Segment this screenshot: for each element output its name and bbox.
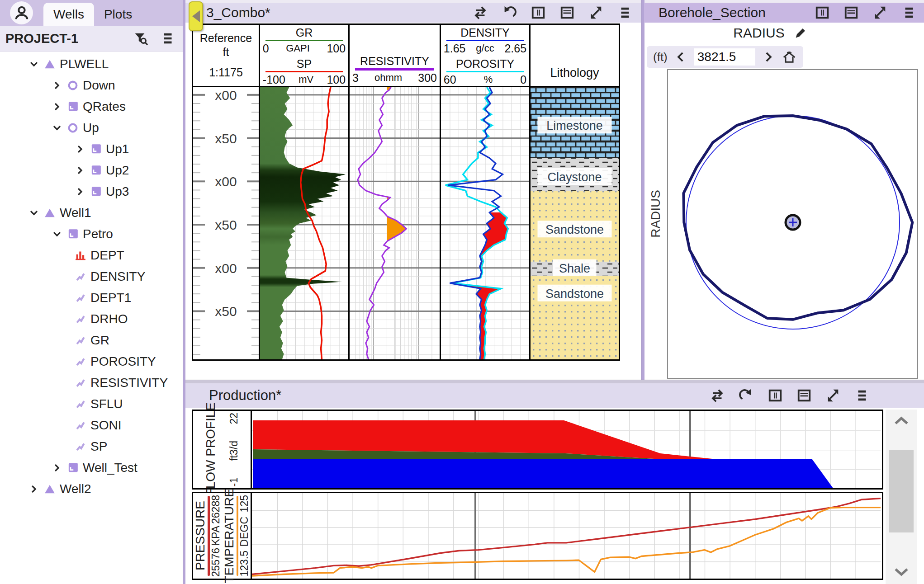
tree-item-qrates[interactable]: QRates [0,96,183,117]
tree-item-label: Well1 [60,206,91,220]
tree-item-soni[interactable]: SONI [0,414,183,436]
tree-chevron-right-icon[interactable] [49,79,65,92]
gr-sp-track-header[interactable]: GR 0 GAPI 100 SP -100 mV 100 [259,24,350,87]
curve-icon [72,398,89,410]
tree-chevron-down-icon[interactable] [26,58,42,71]
tree-item-sflu[interactable]: SFLU [0,393,183,414]
user-avatar-button[interactable] [10,1,33,24]
depth-track[interactable]: x00x50x00x50x00x50 [192,86,260,361]
split-horizontal-icon[interactable] [843,5,859,20]
dataset-icon [88,164,104,177]
svg-text:Sandstone: Sandstone [545,287,604,301]
pt-plot[interactable] [252,493,882,579]
sp-curve-colorline [265,71,343,72]
expand-icon[interactable] [872,5,888,20]
flow-profile-plot[interactable] [252,411,882,488]
tree-chevron-down-icon[interactable] [26,207,42,219]
resistivity-track-header[interactable]: RESISTIVITY 3 ohmm 300 [348,24,441,87]
tree-item-label: SP [90,439,107,454]
split-vertical-icon[interactable] [815,5,830,20]
borehole-section-plot[interactable] [667,69,918,379]
scroll-down-icon[interactable] [892,562,911,581]
tree-chevron-down-icon[interactable] [49,228,65,240]
split-horizontal-icon[interactable] [559,5,575,20]
reference-unit: ft [223,45,229,59]
tree-item-sp[interactable]: SP [0,436,183,457]
flow-profile-track[interactable]: FLOW PROFILE 22 ft3/d -1 [192,410,883,490]
tree-item-up1[interactable]: Up1 [0,138,183,160]
scroll-up-icon[interactable] [892,411,911,430]
pressure-temperature-track[interactable]: PRESSURE 26288 KPA 25576 TEMPERATURE 125… [192,492,883,580]
tree-chevron-down-icon[interactable] [49,122,65,134]
tree-item-resistivity[interactable]: RESISTIVITY [0,372,183,393]
gr-sp-track[interactable] [259,86,350,361]
tree-chevron-right-icon[interactable] [72,143,88,155]
tree-item-well2[interactable]: Well2 [0,478,183,499]
filter-search-icon[interactable] [133,31,148,46]
pt-label-area: PRESSURE 26288 KPA 25576 TEMPERATURE 125… [193,493,252,579]
tree-item-down[interactable]: Down [0,75,183,96]
lithology-track-header[interactable]: Lithology [529,24,620,87]
swap-icon[interactable] [710,388,725,403]
circle-icon [65,79,81,92]
chevron-left-icon[interactable] [674,50,687,64]
tree-item-up3[interactable]: Up3 [0,181,183,202]
split-vertical-icon[interactable] [531,5,546,20]
density-porosity-track[interactable] [440,86,531,361]
density-porosity-track-header[interactable]: DENSITY 1.65 g/cc 2.65 POROSITY 60 % 0 [440,24,531,87]
tree-item-dept[interactable]: DEPT [0,245,183,266]
lithology-track[interactable]: LimestoneClaystoneSandstoneShaleSandston… [529,86,620,361]
depth-value-input[interactable] [694,48,755,66]
tree-item-label: GR [90,333,109,348]
panel-divider-vertical[interactable] [641,0,644,381]
edit-pencil-icon[interactable] [793,25,808,41]
tree-item-dept1[interactable]: DEPT1 [0,287,183,308]
curve-icon [72,334,89,347]
collapse-panel-handle[interactable] [189,1,203,31]
production-panel-title: Production* [209,387,281,404]
combo-panel-titlebar[interactable]: 3_Combo* [185,3,641,23]
split-horizontal-icon[interactable] [796,388,812,403]
tree-item-density[interactable]: DENSITY [0,266,183,287]
tree-item-well1[interactable]: Well1 [0,202,183,223]
tree-item-petro[interactable]: Petro [0,223,183,245]
production-panel-titlebar[interactable]: Production* [185,383,924,408]
chevron-right-icon[interactable] [762,50,775,64]
flow-profile-label: FLOW PROFILE [204,402,218,496]
tab-plots[interactable]: Plots [94,3,142,26]
pressure-unit-label: KPA [210,526,222,546]
home-icon[interactable] [782,49,797,65]
menu-icon[interactable] [617,5,633,20]
undo-icon[interactable] [502,5,517,20]
redo-icon[interactable] [739,388,754,403]
menu-icon[interactable] [160,31,175,46]
expand-icon[interactable] [588,5,604,20]
scrollbar-thumb[interactable] [889,450,914,532]
tree-item-drho[interactable]: DRHO [0,308,183,330]
resistivity-track[interactable] [348,86,441,361]
tree-chevron-right-icon[interactable] [49,100,65,113]
tree-item-up[interactable]: Up [0,117,183,138]
tree-chevron-right-icon[interactable] [72,185,88,198]
borehole-plot-title-row: RADIUS [644,24,897,42]
sidebar-resize-divider[interactable] [183,0,185,584]
menu-icon[interactable] [901,5,917,20]
tree-chevron-right-icon[interactable] [72,164,88,177]
swap-icon[interactable] [473,5,488,20]
combo-panel-title: 3_Combo* [206,5,270,20]
tree-chevron-right-icon[interactable] [49,462,65,474]
tree-item-porosity[interactable]: POROSITY [0,351,183,372]
tree-item-gr[interactable]: GR [0,330,183,351]
split-vertical-icon[interactable] [768,388,783,403]
tree-item-plwell[interactable]: PLWELL [0,53,183,75]
tree-chevron-right-icon[interactable] [26,483,42,495]
reference-track-header[interactable]: Reference ft 1:1175 [192,24,260,87]
pressure-min-label: 25576 [210,548,222,577]
tree-item-up2[interactable]: Up2 [0,160,183,181]
borehole-panel-titlebar[interactable]: Borehole_Section [644,3,924,23]
tab-wells[interactable]: Wells [43,3,94,26]
menu-icon[interactable] [854,388,870,403]
tree-item-label: DEPT1 [90,291,131,305]
expand-icon[interactable] [825,388,841,403]
tree-item-well_test[interactable]: Well_Test [0,457,183,478]
